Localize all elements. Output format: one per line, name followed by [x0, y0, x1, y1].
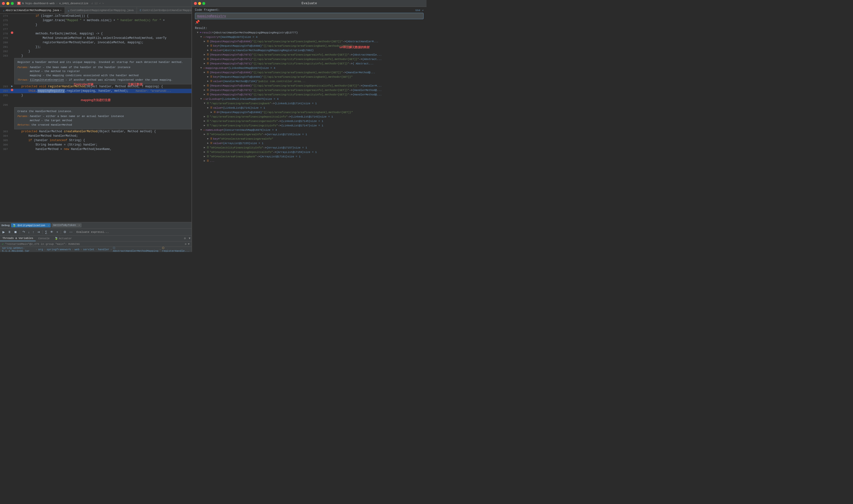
resume-button[interactable]: ▶ — [1, 230, 6, 234]
actuator-tab[interactable]: 🍃 Actuator — [52, 237, 74, 240]
tree-node-20[interactable]: ▶ ☰ "/api/areafinancing/areafinancingdep… — [194, 114, 425, 119]
result-tree[interactable]: ▼ ∞ result = {AbstractHandlerMethodMappi… — [192, 31, 426, 252]
tree-toggle[interactable]: ▶ — [204, 119, 207, 123]
tree-node-namelookup[interactable]: ▼ ⚠ nameLookup = {ConcurrentHashMap@1697… — [194, 128, 425, 132]
file-tab-abstract[interactable]: ☕ AbstractHandlerMethodMapping.java ✕ — [0, 7, 65, 14]
breadcrumb-item-4[interactable]: servlet — [83, 248, 94, 251]
tree-node-28[interactable]: ▶ ☰ "AFC#selectAreaFinancingDepositcalIn… — [194, 150, 425, 155]
add-watch-button[interactable]: + — [55, 230, 59, 234]
tree-node-4[interactable]: ▶ ☰ key = {RequestMappingInfo@16998} "{[… — [194, 44, 425, 48]
tree-node-registry[interactable]: ▼ ⚠ registry = {HashMap@16973} size = 4 — [194, 35, 425, 39]
console-tab[interactable]: Console — [36, 237, 52, 240]
file-tab-controller[interactable]: C ControllerEndpointHandlerMapping.class — [137, 7, 192, 14]
tree-toggle[interactable]: ▶ — [204, 159, 207, 163]
tree-node-12[interactable]: ▶ ☰ value = {HandlerMethod@17104} "publi… — [194, 79, 425, 84]
tree-toggle[interactable]: ▶ — [204, 84, 207, 88]
tree-toggle[interactable]: ▶ — [204, 53, 207, 57]
tree-toggle[interactable]: ▼ — [197, 31, 200, 35]
tab-close-icon[interactable]: ✕ — [60, 9, 61, 12]
tree-node-10[interactable]: ▶ ☰ {RequestMappingInfo@16998} "{[/api/a… — [194, 70, 425, 75]
tree-toggle[interactable]: ▼ — [204, 102, 207, 106]
tree-node-29[interactable]: ▶ ☰ "AFC#selectAreaFinancingBank" -> {Ar… — [194, 155, 425, 159]
tree-node-27[interactable]: ▶ ☰ "AFC#selectCityFinancingCityInfo" ->… — [194, 146, 425, 150]
stop-button[interactable]: ⏹ — [13, 230, 18, 234]
maximize-button[interactable] — [11, 2, 14, 5]
tree-toggle[interactable]: ▶ — [207, 137, 210, 141]
tree-node-21[interactable]: ▶ ☰ "/api/areafinancing/areafinancingare… — [194, 119, 425, 123]
tree-toggle[interactable]: ▶ — [204, 132, 207, 137]
tree-node-5[interactable]: ▶ ☰ value = {AbstractHandlerMethodMappin… — [194, 48, 425, 53]
pause-button[interactable]: ⏸ — [7, 230, 12, 234]
tree-node-urllookup[interactable]: ▼ ⚠ urlLookup = {LinkedMultiValueMap@169… — [194, 97, 425, 101]
minimize-button[interactable] — [6, 2, 10, 5]
file-tab-custom[interactable]: ☕ CustomRequestMappingHandlerMapping.jav… — [65, 7, 137, 14]
tab-close-getinfo[interactable]: ✕ — [79, 224, 80, 227]
expand-icon[interactable]: ▼ — [188, 242, 189, 246]
breadcrumb-item-2[interactable]: springframework — [47, 248, 71, 251]
tree-toggle[interactable]: ▶ — [207, 141, 210, 145]
tree-toggle[interactable]: ▶ — [204, 57, 207, 61]
tree-toggle[interactable]: ▶ — [204, 62, 207, 66]
tree-node-13[interactable]: ▶ ☰ {RequestMappingInfo@16998} "{[/api/a… — [194, 84, 425, 88]
watch-button[interactable]: 👁 — [49, 230, 54, 234]
tree-toggle[interactable]: ▶ — [204, 155, 207, 159]
breadcrumb-item-7[interactable]: ⬡ registerHandle... — [162, 246, 189, 252]
tree-toggle[interactable]: ▼ — [200, 35, 203, 39]
tree-node-11[interactable]: ▶ ☰ key = {RequestMappingInfo@16998} "{[… — [194, 75, 425, 79]
tree-toggle[interactable]: ▶ — [207, 49, 210, 52]
tree-toggle[interactable]: ▶ — [207, 79, 210, 83]
tree-toggle[interactable]: ▶ — [204, 40, 207, 43]
breadcrumb-item-3[interactable]: web — [74, 248, 79, 251]
tree-toggle[interactable]: ▶ — [204, 93, 207, 96]
tree-toggle[interactable]: ▶ — [207, 44, 210, 48]
tree-node-18[interactable]: ▶ ☰ value = {LinkedList@17141} size = 1 — [194, 106, 425, 110]
step-into-button[interactable]: ↓ — [27, 230, 31, 234]
tree-node-24[interactable]: ▶ ☰ "AFC#selectAreaFinancingAreaInfo" ->… — [194, 132, 425, 137]
settings-button[interactable]: ⚙ — [62, 230, 67, 234]
breadcrumb-item-0[interactable]: spring-webmvc-5.1.2.RELEASE.jar — [2, 247, 35, 252]
tree-toggle[interactable]: ▶ — [204, 146, 207, 150]
use-button[interactable]: Use ↗ — [415, 8, 423, 12]
tree-node-14[interactable]: ▶ ☰ {RequestMappingInfo@17073} "{[/api/a… — [194, 88, 425, 92]
more-button[interactable]: ⋯ — [68, 230, 73, 234]
session-tab-entity[interactable]: 🍃 EntityApplication ✕ — [11, 223, 51, 228]
tree-toggle[interactable]: ▶ — [211, 110, 214, 114]
breadcrumb-item-6[interactable]: ⬡ AbstractHandlerMethodMapping — [113, 246, 158, 252]
tree-toggle[interactable]: ▼ — [200, 66, 203, 70]
tree-toggle[interactable]: ▼ — [200, 128, 203, 132]
tree-node-19[interactable]: ▶ ☰ 0 = {RequestMappingInfo@16998} "{[/a… — [194, 110, 425, 114]
tree-node-8[interactable]: ▶ ☰ {RequestMappingInfo@17071} "{[/api/a… — [194, 61, 425, 66]
tree-toggle[interactable]: ▶ — [204, 88, 207, 92]
breadcrumb-item-5[interactable]: handler — [98, 248, 109, 251]
tree-node-22[interactable]: ▶ ☰ "/api/areafinancing/cityfinancingcit… — [194, 123, 425, 128]
session-tab-getinfo[interactable]: GetInfoByToken ✕ — [52, 223, 81, 228]
tree-node-15[interactable]: ▶ ☰ {RequestMappingInfo@17076} "{[/api/a… — [194, 92, 425, 97]
tree-node-6[interactable]: ▶ ☰ {RequestMappingInfo@17073} "{[/api/a… — [194, 53, 425, 57]
code-area[interactable]: 274 if (logger.isTraceEnabled()) { 275 l… — [0, 14, 192, 222]
tree-node-30[interactable]: ▶ ☰ ... — [194, 159, 425, 163]
tree-toggle[interactable]: ▶ — [204, 124, 207, 128]
step-out-button[interactable]: ↑ — [32, 230, 35, 234]
tree-node-7[interactable]: ▶ ☰ {RequestMappingInfo@17071} "{[/api/a… — [194, 57, 425, 61]
evaluate-expression-button[interactable]: ∑ — [44, 230, 48, 234]
tree-toggle[interactable]: ▶ — [207, 75, 210, 79]
tree-node-26[interactable]: ▶ ☰ value = {ArrayList@17155} size = 1 — [194, 141, 425, 146]
tree-toggle[interactable]: ▶ — [204, 71, 207, 74]
breadcrumb-item-1[interactable]: org — [38, 248, 43, 251]
filter-status-icon[interactable]: ⚙ — [185, 242, 186, 246]
tree-toggle[interactable]: ▼ — [200, 97, 203, 101]
run-to-cursor-button[interactable]: ⇥ — [36, 230, 41, 234]
tree-toggle[interactable]: ▶ — [204, 115, 207, 119]
more-options-icon[interactable]: ▼ — [188, 237, 192, 240]
filter-icon[interactable]: ⚙ — [182, 236, 188, 240]
tree-node-result[interactable]: ▼ ∞ result = {AbstractHandlerMethodMappi… — [194, 31, 425, 35]
tree-node-3[interactable]: ▶ ☰ {RequestMappingInfo@16998} "{[/api/a… — [194, 39, 425, 44]
close-button[interactable] — [2, 2, 5, 5]
tree-node-17[interactable]: ▼ ☰ "/api/areafinancing/areafinancingban… — [194, 101, 425, 106]
tree-node-25[interactable]: ▶ ☰ key = "AFC#selectAreaFinancingAreaIn… — [194, 137, 425, 141]
threads-variables-tab[interactable]: Threads & Variables — [0, 235, 36, 241]
tree-toggle[interactable]: ▶ — [207, 106, 210, 110]
tree-toggle[interactable]: ▶ — [204, 150, 207, 154]
step-over-button[interactable]: ↷ — [21, 230, 26, 234]
tab-close-entity[interactable]: ✕ — [48, 224, 49, 227]
